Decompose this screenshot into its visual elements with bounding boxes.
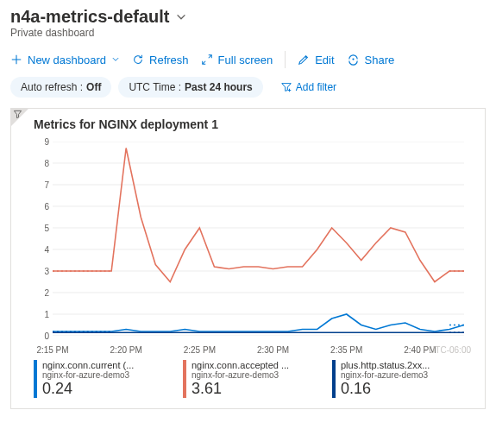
- card-title: Metrics for NGINX deployment 1: [34, 117, 474, 131]
- y-tick-label: 1: [34, 310, 49, 319]
- auto-refresh-value: Off: [86, 81, 101, 93]
- separator: [285, 51, 286, 68]
- share-label: Share: [365, 54, 395, 66]
- refresh-label: Refresh: [149, 54, 189, 66]
- x-tick-label: 2:30 PM: [257, 345, 289, 355]
- dashboard-title[interactable]: n4a-metrics-default: [10, 7, 170, 27]
- auto-refresh-label: Auto refresh :: [21, 81, 83, 93]
- legend-item[interactable]: nginx.conn.current (... nginx-for-azure-…: [34, 360, 176, 398]
- legend-item[interactable]: plus.http.status.2xx... nginx-for-azure-…: [332, 360, 474, 398]
- y-tick-label: 9: [34, 137, 49, 147]
- legend-value: 0.24: [42, 380, 134, 398]
- share-icon: [347, 54, 360, 66]
- toolbar: New dashboard Refresh Full screen Edit: [10, 47, 486, 77]
- x-tick-label: 2:20 PM: [110, 345, 142, 355]
- x-tick-label: 2:35 PM: [330, 345, 362, 355]
- chevron-down-icon: [111, 55, 120, 64]
- share-button[interactable]: Share: [347, 54, 395, 66]
- fullscreen-icon: [201, 54, 213, 66]
- metrics-card: Metrics for NGINX deployment 1 012345678…: [10, 108, 486, 409]
- fullscreen-button[interactable]: Full screen: [201, 54, 273, 66]
- x-tick-label: 2:25 PM: [184, 345, 216, 355]
- legend-value: 3.61: [191, 380, 289, 398]
- plus-icon: [10, 54, 22, 66]
- y-tick-label: 5: [34, 224, 49, 233]
- legend-color-bar: [183, 360, 186, 398]
- legend-resource: nginx-for-azure-demo3: [191, 370, 289, 380]
- add-filter-button[interactable]: Add filter: [270, 77, 347, 98]
- edit-label: Edit: [315, 54, 334, 66]
- y-tick-label: 4: [34, 245, 49, 255]
- edit-button[interactable]: Edit: [298, 54, 334, 66]
- utc-time-label: UTC Time :: [129, 81, 181, 93]
- y-tick-label: 7: [34, 180, 49, 190]
- legend-item[interactable]: nginx.conn.accepted ... nginx-for-azure-…: [183, 360, 325, 398]
- refresh-button[interactable]: Refresh: [132, 54, 189, 66]
- funnel-icon[interactable]: [13, 110, 22, 119]
- fullscreen-label: Full screen: [218, 54, 273, 66]
- refresh-icon: [132, 54, 144, 66]
- legend-series-name: nginx.conn.accepted ...: [191, 360, 289, 370]
- y-tick-label: 2: [34, 288, 49, 298]
- y-tick-label: 0: [34, 331, 49, 341]
- legend-series-name: nginx.conn.current (...: [42, 360, 134, 370]
- legend-resource: nginx-for-azure-demo3: [42, 370, 134, 380]
- chart[interactable]: 0123456789 2:15 PM2:20 PM2:25 PM2:30 PM2…: [34, 135, 471, 355]
- dashboard-subtitle: Private dashboard: [10, 27, 486, 39]
- add-filter-label: Add filter: [296, 81, 336, 93]
- y-tick-label: 6: [34, 202, 49, 211]
- svg-point-0: [352, 58, 354, 60]
- y-tick-label: 8: [34, 159, 49, 168]
- pencil-icon: [298, 54, 310, 66]
- legend-resource: nginx-for-azure-demo3: [341, 370, 430, 380]
- timezone-label: UTC-06:00: [429, 345, 471, 355]
- utc-time-value: Past 24 hours: [185, 81, 253, 93]
- legend-value: 0.16: [341, 380, 430, 398]
- legend: nginx.conn.current (... nginx-for-azure-…: [34, 360, 474, 398]
- filter-bar: Auto refresh : Off UTC Time : Past 24 ho…: [10, 77, 486, 98]
- legend-series-name: plus.http.status.2xx...: [341, 360, 430, 370]
- filter-add-icon: [280, 81, 292, 93]
- y-tick-label: 3: [34, 267, 49, 276]
- new-dashboard-button[interactable]: New dashboard: [10, 54, 120, 66]
- utc-time-pill[interactable]: UTC Time : Past 24 hours: [118, 77, 262, 98]
- legend-color-bar: [34, 360, 37, 398]
- auto-refresh-pill[interactable]: Auto refresh : Off: [10, 77, 111, 98]
- new-dashboard-label: New dashboard: [28, 54, 106, 66]
- legend-color-bar: [332, 360, 336, 398]
- x-tick-label: 2:15 PM: [36, 345, 68, 355]
- chevron-down-icon[interactable]: [175, 11, 187, 23]
